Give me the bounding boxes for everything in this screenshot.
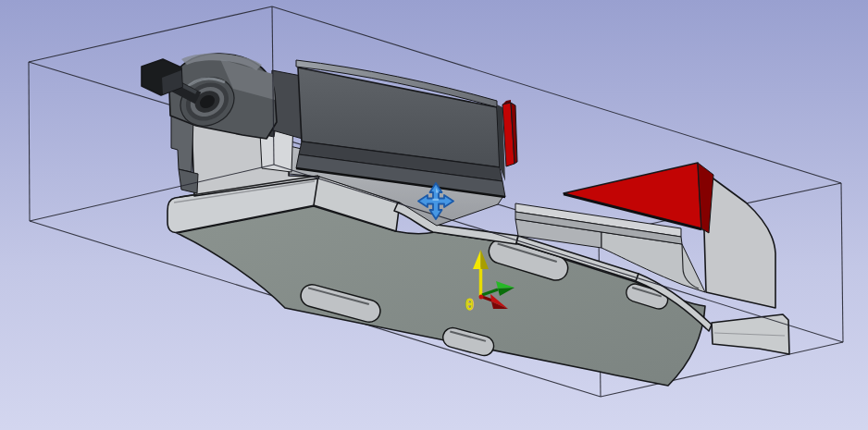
vise-model[interactable] bbox=[142, 54, 789, 386]
cad-viewport[interactable]: 0 bbox=[0, 0, 868, 430]
cad-viewport-canvas[interactable]: 0 bbox=[0, 0, 868, 430]
fixed-jaw-side-wall bbox=[704, 177, 775, 308]
jaw-plate-red-rear[interactable] bbox=[502, 100, 517, 166]
origin-label: 0 bbox=[465, 297, 474, 313]
